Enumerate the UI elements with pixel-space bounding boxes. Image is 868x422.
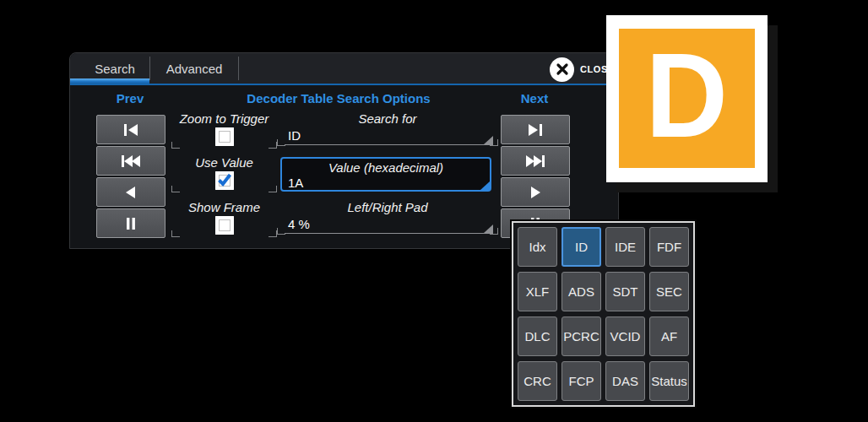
field-selector-popup: Idx ID IDE FDF XLF ADS SDT SEC DLC PCRC …: [512, 221, 695, 407]
field-option-crc[interactable]: CRC: [518, 361, 557, 401]
field-option-vcid[interactable]: VCID: [605, 316, 645, 356]
search-for-label: Search for: [282, 111, 493, 126]
group-bracket: [277, 228, 498, 235]
field-option-sec[interactable]: SEC: [649, 272, 689, 311]
prev-skip-to-first-button[interactable]: [96, 115, 165, 144]
close-icon: [550, 57, 574, 82]
pause-icon: [122, 217, 139, 230]
next-forward-button[interactable]: [501, 146, 570, 176]
field-option-af[interactable]: AF: [649, 316, 689, 356]
field-option-fcp[interactable]: FCP: [561, 361, 601, 401]
field-option-das[interactable]: DAS: [605, 361, 645, 401]
search-for-field[interactable]: Search for ID: [282, 111, 493, 146]
prev-label: Prev: [96, 91, 164, 106]
skip-to-last-icon: [524, 123, 546, 137]
group-bracket: [277, 139, 498, 146]
group-bracket: [171, 142, 277, 149]
zoom-to-trigger-label: Zoom to Trigger: [171, 111, 277, 126]
screen: Search Advanced CLOSE Prev Decod: [0, 0, 868, 422]
rewind-to-first-icon: [119, 154, 143, 168]
next-label: Next: [501, 91, 568, 106]
corner-triangle-icon: [480, 181, 490, 190]
field-option-status[interactable]: Status: [649, 361, 689, 401]
tab-bar: Search Advanced CLOSE: [70, 53, 618, 85]
next-step-button[interactable]: [501, 177, 570, 207]
decoder-search-dialog: Search Advanced CLOSE Prev Decod: [69, 52, 619, 249]
group-bracket: [171, 186, 277, 192]
field-option-sdt[interactable]: SDT: [605, 272, 645, 311]
field-option-ads[interactable]: ADS: [561, 272, 601, 311]
use-value-label: Use Value: [171, 155, 277, 170]
step-back-icon: [122, 186, 139, 199]
field-option-xlf[interactable]: XLF: [518, 272, 557, 311]
left-right-pad-field[interactable]: Left/Right Pad 4 %: [282, 200, 493, 235]
tab-advanced-label: Advanced: [166, 62, 223, 76]
next-skip-to-last-button[interactable]: [501, 115, 570, 144]
close-button[interactable]: CLOSE: [550, 57, 615, 82]
show-frame-label: Show Frame: [171, 200, 277, 214]
tab-advanced[interactable]: Advanced: [150, 53, 238, 84]
left-right-pad-label: Left/Right Pad: [282, 200, 493, 214]
prev-rewind-button[interactable]: [96, 146, 165, 176]
show-frame-group: Show Frame: [171, 200, 277, 235]
step-forward-icon: [527, 186, 544, 199]
field-option-idx[interactable]: Idx: [518, 227, 557, 267]
value-hex-label: Value (hexadecimal): [282, 160, 490, 175]
decoder-logo-square: D: [619, 29, 755, 168]
prev-step-button[interactable]: [96, 177, 165, 207]
tab-search[interactable]: Search: [80, 53, 149, 84]
use-value-group: Use Value: [171, 155, 277, 190]
prev-pause-button[interactable]: [96, 208, 165, 238]
decoder-logo-letter: D: [646, 35, 728, 155]
dialog-title: Decoder Table Search Options: [178, 91, 499, 106]
skip-to-first-icon: [120, 123, 142, 137]
field-option-ide[interactable]: IDE: [605, 227, 645, 267]
field-option-dlc[interactable]: DLC: [518, 316, 557, 356]
value-hex-value: 1A: [282, 176, 490, 190]
value-hex-field[interactable]: Value (hexadecimal) 1A: [280, 157, 491, 192]
tab-search-label: Search: [95, 62, 135, 76]
zoom-to-trigger-group: Zoom to Trigger: [171, 111, 277, 146]
forward-to-last-icon: [524, 154, 547, 168]
field-option-id[interactable]: ID: [561, 227, 601, 267]
field-option-pcrc[interactable]: PCRC: [561, 316, 601, 356]
decoder-logo: D: [606, 15, 768, 182]
group-bracket: [171, 230, 277, 237]
field-option-fdf[interactable]: FDF: [649, 227, 689, 267]
tab-separator: [238, 57, 239, 80]
